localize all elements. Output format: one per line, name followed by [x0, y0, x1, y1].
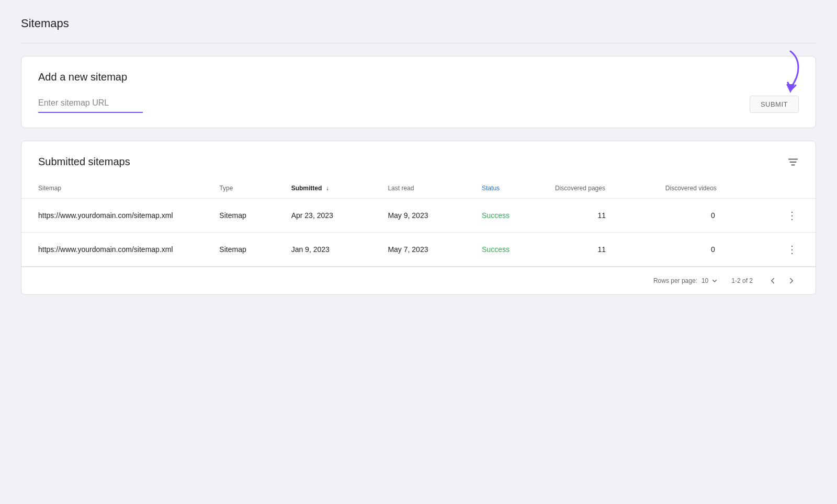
sitemaps-table: Sitemap Type Submitted ↓ Last read Statu…	[21, 178, 816, 267]
rows-per-page-control: Rows per page: 10	[653, 277, 719, 285]
rows-per-page-select[interactable]: 10	[702, 277, 719, 285]
cell-more-actions[interactable]: ⋮	[769, 199, 816, 233]
add-sitemap-title: Add a new sitemap	[38, 71, 799, 83]
submitted-header: Submitted sitemaps	[21, 156, 816, 178]
sort-arrow-icon: ↓	[326, 185, 329, 192]
col-status: Status	[473, 178, 547, 199]
cell-submitted: Apr 23, 2023	[283, 199, 380, 233]
col-submitted[interactable]: Submitted ↓	[283, 178, 380, 199]
cell-type: Sitemap	[211, 233, 282, 267]
cell-status: Success	[473, 199, 547, 233]
cell-sitemap: https://www.yourdomain.com/sitemap.xml	[21, 199, 211, 233]
top-divider	[21, 43, 816, 43]
cell-discovered-pages: 11	[547, 199, 657, 233]
submitted-sitemaps-title: Submitted sitemaps	[38, 156, 130, 168]
table-row: https://www.yourdomain.com/sitemap.xml S…	[21, 233, 816, 267]
rows-per-page-label: Rows per page:	[653, 277, 697, 284]
cell-type: Sitemap	[211, 199, 282, 233]
col-last-read: Last read	[379, 178, 473, 199]
cell-status: Success	[473, 233, 547, 267]
cell-discovered-pages: 11	[547, 233, 657, 267]
cell-last-read: May 9, 2023	[379, 199, 473, 233]
rows-per-page-value: 10	[702, 277, 708, 284]
cell-submitted: Jan 9, 2023	[283, 233, 380, 267]
sitemap-input-row: SUBMIT	[38, 96, 799, 113]
col-actions	[769, 178, 816, 199]
filter-icon[interactable]	[787, 156, 799, 168]
pagination-info: 1-2 of 2	[731, 277, 753, 284]
arrow-annotation	[759, 49, 801, 102]
col-sitemap: Sitemap	[21, 178, 211, 199]
col-discovered-videos: Discovered videos	[657, 178, 769, 199]
table-row: https://www.yourdomain.com/sitemap.xml S…	[21, 199, 816, 233]
cell-last-read: May 7, 2023	[379, 233, 473, 267]
add-sitemap-card: Add a new sitemap SUBMIT	[21, 56, 816, 128]
sitemap-url-input[interactable]	[38, 96, 741, 112]
col-type: Type	[211, 178, 282, 199]
input-active-underline	[38, 112, 143, 113]
next-page-button[interactable]	[784, 273, 799, 288]
cell-sitemap: https://www.yourdomain.com/sitemap.xml	[21, 233, 211, 267]
cell-discovered-videos: 0	[657, 233, 769, 267]
cell-discovered-videos: 0	[657, 199, 769, 233]
cell-more-actions[interactable]: ⋮	[769, 233, 816, 267]
sitemap-input-wrapper	[38, 96, 741, 113]
col-discovered-pages: Discovered pages	[547, 178, 657, 199]
submitted-sitemaps-card: Submitted sitemaps Sitemap Type Submitte…	[21, 141, 816, 295]
page-title: Sitemaps	[21, 17, 816, 30]
table-footer: Rows per page: 10 1-2 of 2	[21, 267, 816, 294]
pagination-nav	[765, 273, 799, 288]
prev-page-button[interactable]	[765, 273, 780, 288]
table-header-row: Sitemap Type Submitted ↓ Last read Statu…	[21, 178, 816, 199]
